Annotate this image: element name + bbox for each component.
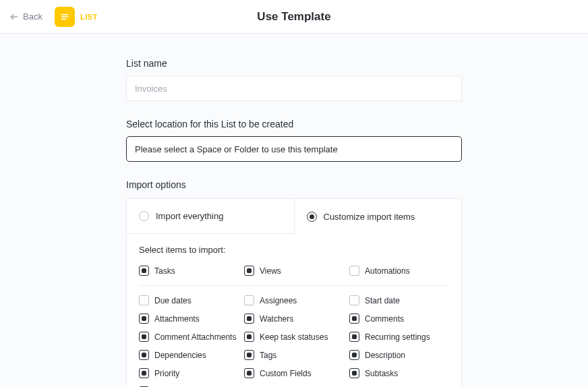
secondary-item[interactable]: Custom Fields [244, 368, 344, 378]
secondary-item[interactable]: Attachments [139, 314, 239, 324]
checkbox-icon [349, 266, 359, 276]
check-item-label: Tasks [154, 266, 175, 276]
secondary-item[interactable]: Start date [349, 295, 449, 305]
secondary-item[interactable]: Due dates [139, 295, 239, 305]
import-subtitle: Select items to import: [139, 245, 449, 255]
primary-item[interactable]: Views [244, 266, 344, 276]
check-item-label: Dependencies [154, 351, 206, 360]
secondary-item[interactable]: Subtasks [349, 368, 449, 378]
checkbox-icon [244, 314, 254, 324]
tab-customize-items[interactable]: Customize import items [295, 199, 462, 234]
checkbox-icon [349, 295, 359, 305]
secondary-items-grid: Due datesAssigneesStart dateAttachmentsW… [139, 295, 449, 387]
check-item-label: Description [365, 351, 405, 360]
location-select[interactable]: Please select a Space or Folder to use t… [126, 136, 462, 162]
check-item-label: Views [260, 266, 281, 276]
secondary-item[interactable]: Recurring settings [349, 332, 449, 342]
arrow-left-icon [9, 12, 19, 22]
tab-label: Import everything [156, 211, 223, 221]
tab-import-everything[interactable]: Import everything [127, 199, 295, 234]
tab-label: Customize import items [324, 212, 415, 222]
radio-icon [307, 212, 317, 222]
type-tag-label: LIST [80, 13, 98, 21]
main-content: List name Select location for this List … [126, 34, 462, 387]
type-tag: LIST [55, 7, 98, 27]
check-item-label: Priority [154, 369, 179, 378]
secondary-item[interactable]: Comments [349, 314, 449, 324]
secondary-item[interactable]: Dependencies [139, 350, 239, 360]
check-item-label: Assignees [260, 296, 297, 305]
import-card: Import everything Customize import items… [126, 198, 462, 387]
secondary-item[interactable]: Assignees [244, 295, 344, 305]
checkbox-icon [139, 295, 149, 305]
secondary-item[interactable]: Comment Attachments [139, 332, 239, 342]
checkbox-icon [139, 368, 149, 378]
secondary-item[interactable]: Description [349, 350, 449, 360]
checkbox-icon [349, 314, 359, 324]
secondary-item[interactable]: Watchers [244, 314, 344, 324]
checkbox-icon [139, 266, 149, 276]
checkbox-icon [139, 350, 149, 360]
checkbox-icon [139, 314, 149, 324]
list-icon [55, 7, 75, 27]
check-item-label: Automations [365, 266, 410, 276]
back-label: Back [23, 11, 42, 22]
list-name-label: List name [126, 58, 462, 69]
location-label: Select location for this List to be crea… [126, 119, 462, 129]
page-title: Use Template [257, 10, 330, 24]
primary-item[interactable]: Automations [349, 266, 449, 276]
check-item-label: Watchers [260, 314, 293, 324]
check-item-label: Recurring settings [365, 332, 430, 342]
primary-item[interactable]: Tasks [139, 266, 239, 276]
check-item-label: Comment Attachments [154, 332, 236, 342]
checkbox-icon [244, 350, 254, 360]
primary-items-row: TasksViewsAutomations [139, 266, 449, 286]
import-options-label: Import options [126, 179, 462, 190]
secondary-item[interactable]: Priority [139, 368, 239, 378]
checkbox-icon [349, 350, 359, 360]
topbar: Back LIST Use Template [0, 0, 588, 34]
check-item-label: Due dates [154, 296, 192, 305]
location-placeholder: Please select a Space or Folder to use t… [135, 144, 338, 154]
check-item-label: Start date [365, 296, 400, 305]
check-item-label: Subtasks [365, 369, 398, 378]
secondary-item[interactable]: Keep task statuses [244, 332, 344, 342]
check-item-label: Keep task statuses [260, 332, 328, 342]
checkbox-icon [139, 332, 149, 342]
back-button[interactable]: Back [9, 11, 42, 22]
radio-icon [139, 211, 149, 221]
secondary-item[interactable]: Tags [244, 350, 344, 360]
checkbox-icon [244, 368, 254, 378]
checkbox-icon [244, 295, 254, 305]
checkbox-icon [349, 332, 359, 342]
import-tabs: Import everything Customize import items [127, 199, 461, 234]
check-item-label: Tags [260, 351, 276, 360]
checkbox-icon [244, 332, 254, 342]
check-item-label: Comments [365, 314, 404, 324]
checkbox-icon [244, 266, 254, 276]
checkbox-icon [349, 368, 359, 378]
check-item-label: Attachments [154, 314, 200, 324]
list-name-input[interactable] [126, 76, 462, 101]
check-item-label: Custom Fields [260, 369, 312, 378]
import-body: Select items to import: TasksViewsAutoma… [127, 234, 461, 387]
